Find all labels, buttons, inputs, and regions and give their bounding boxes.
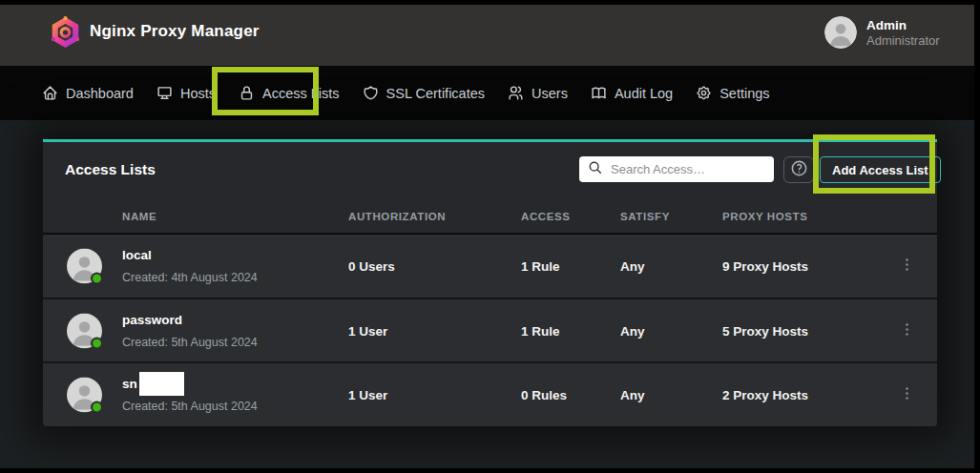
nginx-proxy-manager-window: Nginx Proxy Manager Admin Administrator [0, 0, 980, 473]
nav-label: Access Lists [262, 86, 340, 101]
row-actions-menu-button[interactable] [897, 255, 917, 278]
access-list-name: local [122, 248, 152, 262]
status-dot [91, 401, 103, 414]
proxy-hosts-cell: 2 Proxy Hosts [722, 388, 808, 402]
nav-label: Hosts [180, 86, 216, 101]
search-icon [588, 160, 603, 179]
users-icon [508, 85, 524, 101]
created-date: Created: 4th August 2024 [122, 271, 258, 284]
authorization-cell: 0 Users [348, 258, 395, 273]
nav-item-audit-log[interactable]: Audit Log [591, 85, 673, 101]
nav-item-dashboard[interactable]: Dashboard [42, 85, 134, 101]
nav-item-ssl-certificates[interactable]: SSL Certificates [363, 85, 485, 101]
nav-label: Users [532, 86, 568, 101]
search-input[interactable] [611, 162, 765, 176]
kebab-icon [899, 261, 915, 276]
help-button[interactable] [783, 156, 814, 183]
main-nav: Dashboard Hosts Access Lists SSL Certifi… [0, 66, 980, 120]
user-avatar [824, 16, 857, 49]
access-lists-panel: Access Lists Add Access List NAME AUTHOR… [43, 139, 937, 426]
authorization-cell: 1 User [348, 323, 387, 338]
user-role: Administrator [866, 33, 940, 49]
table-row: sn Created: 5th August 2024 1 User 0 Rul… [43, 363, 937, 426]
proxy-hosts-cell: 9 Proxy Hosts [722, 258, 808, 273]
monitor-icon [156, 85, 173, 101]
kebab-icon [899, 390, 915, 404]
redaction-box [139, 372, 184, 396]
window-edge-top [0, 0, 980, 5]
proxy-hosts-cell: 5 Proxy Hosts [722, 323, 808, 338]
nav-label: Dashboard [66, 86, 134, 101]
row-avatar [67, 313, 102, 348]
nav-item-users[interactable]: Users [508, 85, 568, 101]
satisfy-cell: Any [620, 388, 645, 402]
nav-item-settings[interactable]: Settings [696, 85, 769, 101]
access-list-name: sn [122, 377, 137, 391]
row-actions-menu-button[interactable] [897, 319, 917, 342]
name-cell: local Created: 4th August 2024 [122, 247, 258, 285]
user-name: Admin [866, 17, 940, 33]
nav-item-access-lists[interactable]: Access Lists [239, 85, 340, 101]
column-header-access: ACCESS [521, 211, 571, 222]
created-date: Created: 5th August 2024 [122, 336, 258, 349]
app-title: Nginx Proxy Manager [90, 22, 260, 41]
app-logo-icon [50, 15, 81, 50]
authorization-cell: 1 User [348, 388, 387, 402]
row-actions-menu-button[interactable] [897, 383, 917, 406]
name-cell: sn Created: 5th August 2024 [122, 376, 258, 414]
satisfy-cell: Any [620, 323, 645, 338]
name-cell: password Created: 5th August 2024 [122, 312, 258, 350]
column-header-satisfy: SATISFY [620, 211, 670, 222]
book-icon [591, 85, 607, 101]
column-header-proxy-hosts: PROXY HOSTS [722, 211, 807, 222]
access-cell: 1 Rule [521, 323, 560, 338]
window-edge-right [974, 0, 980, 473]
nav-label: SSL Certificates [386, 86, 485, 101]
column-header-authorization: AUTHORIZATION [348, 211, 446, 222]
app-header: Nginx Proxy Manager Admin Administrator [0, 0, 980, 66]
row-avatar [67, 378, 102, 413]
access-list-name: password [122, 313, 182, 327]
search-box [579, 156, 774, 182]
add-access-list-button[interactable]: Add Access List [820, 156, 941, 183]
lock-icon [239, 85, 255, 101]
table-header: NAME AUTHORIZATION ACCESS SATISFY PROXY … [43, 205, 937, 233]
table-row: password Created: 5th August 2024 1 User… [43, 299, 937, 364]
nav-item-hosts[interactable]: Hosts [156, 85, 216, 101]
page-title: Access Lists [65, 161, 156, 178]
help-icon [790, 159, 808, 180]
column-header-name: NAME [122, 211, 156, 222]
shield-icon [363, 85, 379, 101]
status-dot [91, 337, 103, 349]
table-body: local Created: 4th August 2024 0 Users 1… [43, 235, 937, 426]
created-date: Created: 5th August 2024 [122, 400, 258, 413]
satisfy-cell: Any [620, 258, 645, 273]
window-edge-bottom [0, 468, 980, 473]
kebab-icon [899, 326, 915, 340]
row-avatar [67, 248, 102, 283]
table-row: local Created: 4th August 2024 0 Users 1… [43, 235, 937, 299]
access-cell: 1 Rule [521, 258, 560, 273]
access-cell: 0 Rules [521, 388, 567, 402]
gear-icon [696, 85, 712, 101]
home-icon [42, 85, 58, 101]
user-menu[interactable]: Admin Administrator [824, 16, 940, 49]
nav-label: Settings [719, 86, 769, 101]
status-dot [91, 272, 103, 284]
nav-label: Audit Log [615, 86, 673, 101]
